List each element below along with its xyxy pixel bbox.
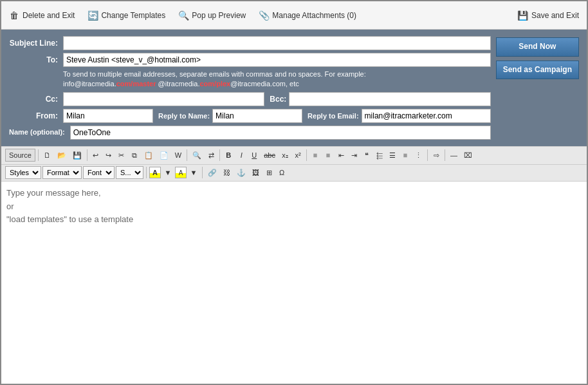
superscript-button[interactable]: x² xyxy=(292,149,304,162)
styles-select[interactable]: Styles xyxy=(5,166,41,179)
bold-button[interactable]: B xyxy=(223,149,234,162)
editor-placeholder: Type your message here, or "load templat… xyxy=(6,188,133,225)
cc-label: Cc: xyxy=(9,95,60,104)
separator-1 xyxy=(38,149,39,161)
size-select[interactable]: S... xyxy=(116,166,143,179)
form-fields: Subject Line: To: To send to multiple em… xyxy=(9,36,491,140)
bcc-label: Bcc: xyxy=(270,95,286,104)
separator-5 xyxy=(306,149,307,161)
blockquote-button[interactable]: ❝ xyxy=(361,149,372,162)
name-label: Name (optional): xyxy=(9,128,68,136)
editor-body[interactable]: Type your message here, or "load templat… xyxy=(1,182,587,384)
font-color-dropdown[interactable]: ▼ xyxy=(162,166,174,179)
source-button[interactable]: Source xyxy=(5,149,35,162)
editor-toolbar-2: Styles Format Font S... A ▼ A ▼ 🔗 ⛓ ⚓ 🖼 … xyxy=(1,165,587,182)
name-input[interactable] xyxy=(70,126,491,140)
name-row: Name (optional): xyxy=(9,126,491,140)
find-button[interactable]: 🔍 xyxy=(190,149,204,162)
indent-button[interactable]: ⇥ xyxy=(348,149,360,162)
popup-preview-button[interactable]: 🔍 Pop up Preview xyxy=(178,10,246,21)
copy-button[interactable]: ⧉ xyxy=(129,149,140,162)
editor-container: Source 🗋 📂 💾 ↩ ↪ ✂ ⧉ 📋 📄 W 🔍 ⇄ B I U abc… xyxy=(1,146,587,384)
strikethrough-button[interactable]: abc xyxy=(261,149,278,162)
bg-color-dropdown[interactable]: ▼ xyxy=(188,166,199,179)
open-button[interactable]: 📂 xyxy=(55,149,69,162)
change-icon: 🔄 xyxy=(87,10,98,21)
special-char-button[interactable]: Ω xyxy=(276,166,288,179)
reply-email-input[interactable] xyxy=(362,109,491,123)
subject-input[interactable] xyxy=(63,36,491,50)
align-left-button[interactable]: ⬱ xyxy=(374,149,385,162)
delete-exit-label: Delete and Exit xyxy=(23,11,75,20)
anchor-button[interactable]: ⚓ xyxy=(234,166,248,179)
hr-button[interactable]: — xyxy=(448,149,460,162)
replace-button[interactable]: ⇄ xyxy=(205,149,217,162)
subject-row: Subject Line: xyxy=(9,36,491,50)
bg-color-button[interactable]: A xyxy=(175,167,187,178)
cc-bcc-row: Cc: Bcc: xyxy=(9,92,491,106)
change-templates-label: Change Templates xyxy=(101,11,165,20)
separator-6 xyxy=(427,149,428,161)
send-now-button[interactable]: Send Now xyxy=(496,37,579,57)
outdent-button[interactable]: ⇤ xyxy=(335,149,347,162)
top-toolbar: 🗑 Delete and Exit 🔄 Change Templates 🔍 P… xyxy=(1,1,587,30)
from-row: From: Reply to Name: Reply to Email: xyxy=(9,109,491,123)
image-button[interactable]: 🖼 xyxy=(250,166,262,179)
italic-button[interactable]: I xyxy=(235,149,247,162)
save-exit-button[interactable]: 💾 Save and Exit xyxy=(518,10,579,21)
new-doc-button[interactable]: 🗋 xyxy=(41,149,53,162)
paste-button[interactable]: 📋 xyxy=(142,149,156,162)
preview-icon: 🔍 xyxy=(178,10,188,21)
underline-button[interactable]: U xyxy=(248,149,260,162)
attachments-label: Manage Attachments (0) xyxy=(272,11,356,20)
cut-button[interactable]: ✂ xyxy=(116,149,127,162)
font-color-button[interactable]: A xyxy=(149,167,161,178)
send-campaign-button[interactable]: Send as Campaign xyxy=(496,61,579,80)
paste-word-button[interactable]: W xyxy=(172,149,184,162)
font-select[interactable]: Font xyxy=(83,166,115,179)
reply-name-input[interactable] xyxy=(212,109,302,123)
separator-3 xyxy=(187,149,187,161)
separator-9 xyxy=(202,167,203,178)
ordered-list-button[interactable]: ≡ xyxy=(309,149,321,162)
from-input[interactable] xyxy=(63,109,153,123)
form-area: Subject Line: To: To send to multiple em… xyxy=(1,30,587,146)
format-select[interactable]: Format xyxy=(42,166,82,179)
link-button[interactable]: 🔗 xyxy=(205,166,219,179)
subject-label: Subject Line: xyxy=(9,39,60,48)
popup-preview-label: Pop up Preview xyxy=(192,11,246,20)
remove-format-button[interactable]: ⌧ xyxy=(461,149,475,162)
separator-4 xyxy=(219,149,220,161)
delete-exit-button[interactable]: 🗑 Delete and Exit xyxy=(9,10,75,21)
hint-text: To send to multiple email addresses, sep… xyxy=(63,70,491,89)
save-icon: 💾 xyxy=(518,10,528,21)
cc-input[interactable] xyxy=(63,92,264,106)
separator-2 xyxy=(87,149,87,161)
table-button[interactable]: ⊞ xyxy=(263,166,275,179)
align-center-button[interactable]: ☰ xyxy=(387,149,398,162)
text-direction-button[interactable]: ⇨ xyxy=(430,149,442,162)
manage-attachments-button[interactable]: 📎 Manage Attachments (0) xyxy=(259,10,356,21)
to-input[interactable] xyxy=(63,53,491,67)
to-label: To: xyxy=(9,55,60,64)
separator-7 xyxy=(445,149,445,161)
to-row: To: xyxy=(9,53,491,67)
paste-text-button[interactable]: 📄 xyxy=(157,149,171,162)
change-templates-button[interactable]: 🔄 Change Templates xyxy=(87,10,165,21)
subscript-button[interactable]: x₂ xyxy=(279,149,291,162)
unordered-list-button[interactable]: ≡ xyxy=(322,149,334,162)
attach-icon: 📎 xyxy=(259,10,269,21)
save-exit-label: Save and Exit xyxy=(531,11,579,20)
delete-icon: 🗑 xyxy=(9,10,19,21)
redo-button[interactable]: ↪ xyxy=(103,149,115,162)
save-button[interactable]: 💾 xyxy=(70,149,84,162)
bcc-input[interactable] xyxy=(289,92,490,106)
justify-button[interactable]: ⋮ xyxy=(412,149,425,162)
editor-toolbar-1: Source 🗋 📂 💾 ↩ ↪ ✂ ⧉ 📋 📄 W 🔍 ⇄ B I U abc… xyxy=(1,147,587,165)
align-right-button[interactable]: ≡ xyxy=(400,149,411,162)
reply-name-label: Reply to Name: xyxy=(158,112,210,120)
separator-8 xyxy=(146,167,147,178)
from-label: From: xyxy=(9,111,60,120)
unlink-button[interactable]: ⛓ xyxy=(221,166,233,179)
undo-button[interactable]: ↩ xyxy=(90,149,102,162)
